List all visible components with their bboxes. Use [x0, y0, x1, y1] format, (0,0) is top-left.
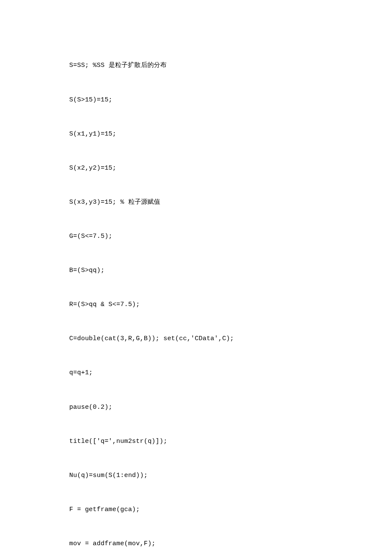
- code-block: S=SS; %SS 是粒子扩散后的分布 S(S>15)=15; S(x1,y1)…: [58, 38, 392, 555]
- code-line: B=(S>qq);: [58, 265, 392, 277]
- code-line: pause(0.2);: [58, 402, 392, 413]
- code-line: S(S>15)=15;: [58, 95, 392, 106]
- code-line: S(x1,y1)=15;: [58, 129, 392, 140]
- code-line: Nu(q)=sum(S(1:end));: [58, 470, 392, 482]
- code-line: mov = addframe(mov,F);: [58, 538, 392, 550]
- document-page: S=SS; %SS 是粒子扩散后的分布 S(S>15)=15; S(x1,y1)…: [0, 0, 392, 555]
- code-line: title(['q=',num2str(q)]);: [58, 436, 392, 448]
- code-line: S(x3,y3)=15; % 粒子源赋值: [58, 197, 392, 208]
- code-line: q=q+1;: [58, 367, 392, 379]
- code-line: R=(S>qq & S<=7.5);: [58, 299, 392, 311]
- code-line: C=double(cat(3,R,G,B)); set(cc,'CData',C…: [58, 333, 392, 345]
- code-line: F = getframe(gca);: [58, 504, 392, 516]
- code-line: G=(S<=7.5);: [58, 231, 392, 243]
- code-line: S(x2,y2)=15;: [58, 163, 392, 174]
- code-line: S=SS; %SS 是粒子扩散后的分布: [58, 60, 392, 72]
